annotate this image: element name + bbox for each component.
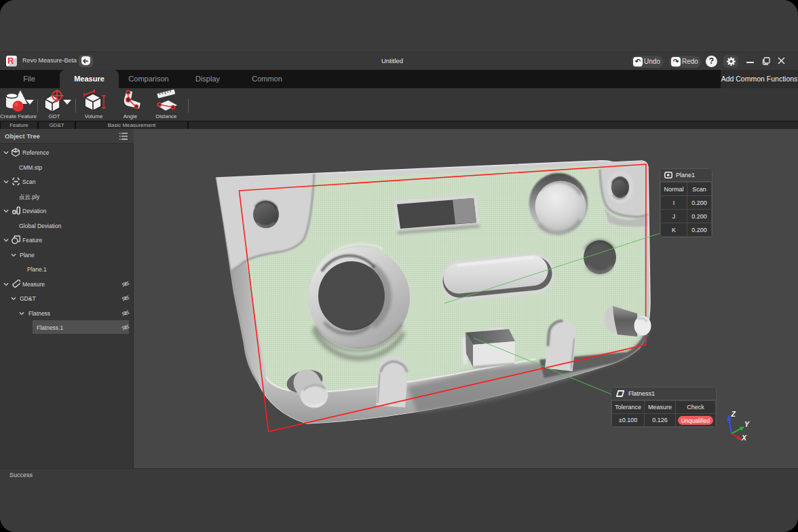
svg-text:Z: Z	[731, 410, 736, 418]
svg-text:X: X	[741, 434, 747, 442]
svg-text:Y: Y	[744, 420, 750, 428]
